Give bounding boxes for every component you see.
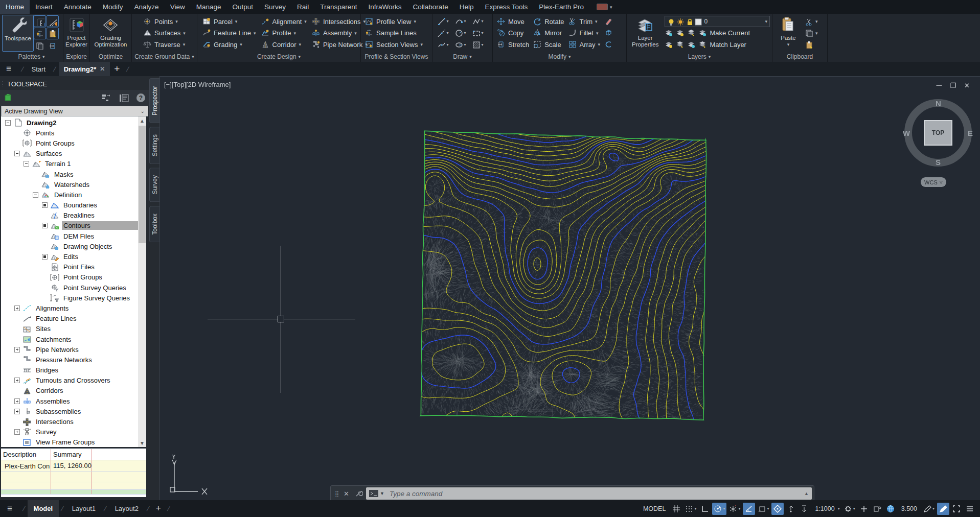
tree-item-dem-files[interactable]: DEM Files [1, 231, 138, 241]
modify-join-button[interactable] [604, 39, 613, 50]
modify-explode-button[interactable] [604, 28, 613, 39]
viewcube-north[interactable]: N [936, 99, 941, 108]
clean-screen-icon[interactable] [950, 503, 963, 515]
item-view-icon[interactable] [102, 94, 112, 102]
viewcube-west[interactable]: W [903, 129, 910, 137]
ortho-icon[interactable] [699, 503, 711, 515]
tree-item-point-survey-queries[interactable]: Point Survey Queries [1, 283, 138, 293]
panel-label-palettes[interactable]: Palettes▾ [0, 52, 63, 62]
draw-arc3-button[interactable]: ▾ [452, 15, 469, 27]
draw-xline-button[interactable]: ▾ [435, 27, 452, 39]
isolate-objects-icon[interactable]: ▾ [922, 503, 936, 515]
tree-expander[interactable] [14, 347, 20, 353]
tree-item-survey[interactable]: Survey [1, 427, 138, 437]
side-tab-prospector[interactable]: Prospector [149, 78, 160, 123]
table-row[interactable] [1, 472, 146, 482]
panel-label-draw[interactable]: Draw▾ [432, 51, 492, 62]
design-parcel-button[interactable]: Parcel▾ [202, 16, 256, 27]
viewcube-top-face[interactable]: TOP [924, 120, 952, 146]
modify-scale-button[interactable]: Scale [533, 39, 564, 50]
design-intersections-button[interactable]: Intersections▾ [312, 16, 368, 27]
menu-collaborate[interactable]: Collaborate [407, 0, 454, 14]
ground-traverse-button[interactable]: Traverse▾ [143, 39, 186, 50]
design-assembly-button[interactable]: Assembly▾ [312, 28, 368, 39]
menu-help[interactable]: Help [454, 0, 480, 14]
menu-transparent[interactable]: Transparent [314, 0, 362, 14]
layer-combo[interactable]: 0▾ [665, 16, 770, 27]
paste-button[interactable]: Paste▾ [778, 15, 799, 51]
dynamic-input-icon[interactable]: ▾ [756, 503, 770, 515]
psv-sample-lines-button[interactable]: Sample Lines [365, 28, 423, 39]
viewcube[interactable]: N W E S TOP [904, 99, 972, 167]
isometric-drafting-icon[interactable]: ▾ [727, 503, 742, 515]
elevation-label[interactable]: 3.500 [898, 503, 921, 515]
layer-properties-button[interactable]: LayerProperties [630, 15, 660, 51]
tree-item-catchments[interactable]: Catchments [1, 334, 138, 344]
view-selector-dropdown[interactable]: Active Drawing View⌄ [1, 106, 148, 116]
tree-item-drawing2[interactable]: Drawing2 [1, 118, 138, 128]
draw-rect-button[interactable]: ▾ [469, 27, 487, 39]
panel-label-create-design[interactable]: Create Design▾ [197, 51, 360, 62]
customization-icon[interactable] [964, 503, 976, 515]
design-profile-button[interactable]: Profile▾ [261, 28, 307, 39]
model-space-label[interactable]: MODEL [640, 503, 669, 515]
draw-line-button[interactable]: ▾ [435, 15, 452, 27]
toolspace-title[interactable]: TOOLSPACE [0, 78, 149, 90]
make-current-button[interactable]: Make Current [665, 28, 770, 39]
tab-start[interactable]: Start [27, 62, 51, 76]
tree-expander[interactable] [42, 202, 48, 208]
viewport-controls-label[interactable]: [−][Top][2D Wireframe] [164, 81, 231, 88]
tree-expander[interactable] [14, 398, 20, 404]
menu-survey[interactable]: Survey [259, 0, 291, 14]
panel-label-clipboard[interactable]: Clipboard [772, 51, 827, 62]
panel-label-profile-section-views[interactable]: Profile & Section Views [361, 51, 432, 62]
viewcube-east[interactable]: E [968, 129, 973, 137]
modify-erase-button[interactable] [604, 16, 613, 27]
preview-toggle-icon[interactable] [119, 94, 129, 102]
lineweight-icon[interactable] [785, 503, 797, 515]
palette-icon-5[interactable] [34, 40, 46, 52]
tree-item-point-groups[interactable]: Point Groups [1, 272, 138, 283]
panel-label-modify[interactable]: Modify▾ [493, 51, 626, 62]
snap-mode-icon[interactable]: ▾ [683, 503, 698, 515]
modify-fillet-button[interactable]: Fillet▾ [568, 28, 601, 39]
workspace-switching-icon[interactable]: ▾ [842, 503, 857, 515]
tree-item-points[interactable]: Points [1, 128, 138, 138]
tree-item-point-files[interactable]: Point Files [1, 262, 138, 272]
graphics-performance-icon[interactable] [937, 503, 949, 515]
tree-item-definition[interactable]: Definition [1, 190, 138, 200]
tree-item-bridges[interactable]: Bridges [1, 365, 138, 375]
toolspace-button[interactable]: Toolspace [2, 15, 34, 52]
tree-expander[interactable] [42, 254, 48, 260]
viewcube-south[interactable]: S [936, 158, 941, 167]
tree-item-breaklines[interactable]: Breaklines [1, 210, 138, 221]
palette-icon-4[interactable] [47, 28, 59, 39]
menu-modify[interactable]: Modify [97, 0, 129, 14]
grip-handle[interactable] [2, 81, 4, 87]
tree-item-masks[interactable]: Masks [1, 169, 138, 179]
tree-item-terrain-1[interactable]: Terrain 1 [1, 159, 138, 169]
menu-home[interactable]: Home [0, 0, 30, 14]
menu-view[interactable]: View [165, 0, 191, 14]
side-tab-toolbox[interactable]: Toolbox [149, 206, 160, 242]
ground-surfaces-button[interactable]: Surfaces▾ [143, 28, 186, 39]
menu-infraworks[interactable]: InfraWorks [363, 0, 407, 14]
tree-item-drawing-objects[interactable]: Drawing Objects [1, 241, 138, 251]
tree-item-turnouts-and-crossovers[interactable]: Turnouts and Crossovers [1, 375, 138, 386]
transparency-icon[interactable] [798, 503, 810, 515]
tree-item-contours[interactable]: Contours [1, 221, 138, 231]
annotation-scale-label[interactable]: 1:1000▾ [811, 503, 841, 515]
help-icon[interactable]: ? [136, 93, 145, 102]
psv-profile-view-button[interactable]: Profile View▾ [365, 16, 423, 27]
tab-layout2[interactable]: Layout2 [109, 500, 145, 517]
tree-item-sites[interactable]: Sites [1, 324, 138, 334]
tree-expander[interactable] [14, 429, 20, 435]
minimize-icon[interactable]: — [936, 82, 943, 89]
match-layer-button[interactable]: Match Layer [665, 39, 770, 50]
table-header[interactable]: DescriptionSummary [1, 449, 146, 460]
palette-icon-2[interactable] [47, 15, 59, 27]
menu-analyze[interactable]: Analyze [129, 0, 165, 14]
customize-wrench-icon[interactable] [355, 489, 363, 498]
new-layout-button[interactable]: + [156, 503, 162, 514]
tree-expander[interactable] [14, 378, 20, 383]
